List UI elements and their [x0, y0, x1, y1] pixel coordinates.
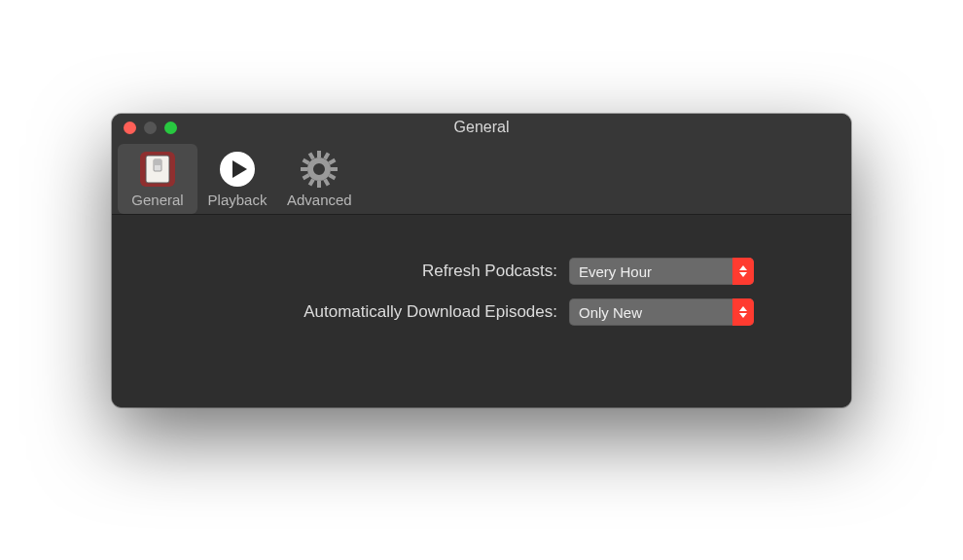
preferences-toolbar: General Playback: [112, 141, 851, 215]
svg-rect-3: [154, 159, 161, 165]
auto-download-value: Only New: [569, 304, 732, 321]
auto-download-row: Automatically Download Episodes: Only Ne…: [151, 298, 812, 326]
window-title: General: [112, 119, 851, 136]
tab-label: General: [131, 192, 183, 208]
settings-content: Refresh Podcasts: Every Hour Automatical…: [112, 215, 851, 407]
tab-advanced[interactable]: Advanced: [277, 144, 362, 214]
traffic-lights: [112, 122, 177, 134]
tab-label: Playback: [208, 192, 268, 208]
switch-icon: [136, 148, 179, 191]
svg-point-18: [314, 164, 324, 174]
close-window-button[interactable]: [124, 122, 136, 134]
tab-label: Advanced: [287, 192, 352, 208]
svg-rect-12: [317, 181, 321, 188]
chevron-up-down-icon: [732, 298, 754, 326]
preferences-window: General General Playback: [112, 114, 851, 407]
svg-rect-6: [317, 151, 321, 158]
tab-playback[interactable]: Playback: [197, 144, 277, 214]
zoom-window-button[interactable]: [164, 122, 177, 134]
refresh-podcasts-row: Refresh Podcasts: Every Hour: [151, 258, 812, 285]
tab-general[interactable]: General: [118, 144, 197, 214]
auto-download-select[interactable]: Only New: [569, 298, 754, 326]
refresh-podcasts-value: Every Hour: [569, 263, 732, 280]
auto-download-label: Automatically Download Episodes:: [151, 302, 569, 322]
chevron-up-down-icon: [732, 258, 754, 285]
minimize-window-button[interactable]: [144, 122, 157, 134]
play-icon: [216, 148, 259, 191]
refresh-podcasts-label: Refresh Podcasts:: [151, 262, 569, 281]
window-titlebar: General: [112, 114, 851, 141]
svg-rect-15: [301, 167, 307, 171]
svg-rect-9: [331, 167, 338, 171]
refresh-podcasts-select[interactable]: Every Hour: [569, 258, 754, 285]
gear-icon: [298, 148, 340, 191]
